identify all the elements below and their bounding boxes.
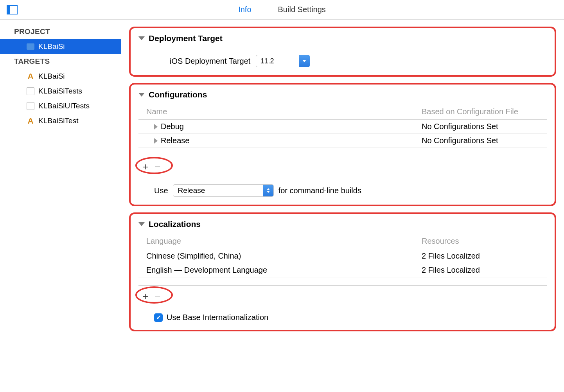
topbar: Info Build Settings [0,0,564,20]
configuration-based: No Configurations Set [422,122,539,131]
app-icon: A [27,117,34,125]
sidebar-item-label: KLBaiSiUITests [38,102,90,110]
configuration-row[interactable]: Debug No Configurations Set [138,120,547,134]
row-disclosure-icon[interactable] [154,124,158,129]
column-header-resources: Resources [422,237,539,246]
add-localization-button[interactable]: + [142,291,148,301]
configuration-name: Release [161,136,189,145]
test-bundle-icon [27,87,34,95]
highlight-ring [135,286,173,304]
table-footer: + − [138,285,547,303]
remove-localization-button[interactable]: − [154,291,160,301]
select-value: Release [173,186,263,195]
sidebar: PROJECT KLBaiSi TARGETS A KLBaiSi KLBaiS… [0,20,121,392]
table-header: Language Resources [138,234,547,249]
localization-language: English — Development Language [146,266,422,275]
sidebar-project-item[interactable]: KLBaiSi [0,39,121,54]
sidebar-header-project: PROJECT [0,24,121,39]
sidebar-target-item[interactable]: A KLBaiSi [0,69,121,84]
disclosure-triangle-icon[interactable] [138,36,145,40]
base-internationalization-checkbox[interactable]: ✓ [154,313,163,322]
column-header-language: Language [146,237,422,246]
sidebar-item-label: KLBaiSi [38,42,65,51]
localization-language: Chinese (Simplified, China) [146,252,422,261]
localization-resources: 2 Files Localized [422,252,539,261]
table-header: Name Based on Configuration File [138,104,547,120]
sidebar-item-label: KLBaiSiTest [38,117,78,125]
use-configuration-row: Use Release for command-line builds [138,184,547,197]
left-panel-icon [7,5,18,14]
section-title: Deployment Target [149,34,223,43]
tab-build-settings[interactable]: Build Settings [277,2,327,17]
localization-resources: 2 Files Localized [422,266,539,275]
main: PROJECT KLBaiSi TARGETS A KLBaiSi KLBaiS… [0,20,564,392]
remove-configuration-button[interactable]: − [154,162,160,172]
localizations-panel: Localizations Language Resources Chinese… [129,212,556,331]
section-header: Deployment Target [138,34,547,43]
section-header: Configurations [138,90,547,99]
disclosure-triangle-icon[interactable] [138,222,145,226]
base-internationalization-label: Use Base Internationalization [167,313,268,322]
command-line-build-select[interactable]: Release [173,184,274,197]
localization-row[interactable]: English — Development Language 2 Files L… [138,263,547,277]
sidebar-header-targets: TARGETS [0,54,121,69]
row-disclosure-icon[interactable] [154,138,158,144]
section-title: Configurations [149,90,207,99]
sidebar-target-item[interactable]: KLBaiSiTests [0,84,121,99]
use-suffix: for command-line builds [278,186,361,195]
deployment-row: iOS Deployment Target [138,55,547,67]
section-header: Localizations [138,219,547,229]
section-title: Localizations [149,219,201,229]
configuration-row[interactable]: Release No Configurations Set [138,134,547,148]
content: Deployment Target iOS Deployment Target … [121,20,564,392]
column-header-based: Based on Configuration File [422,107,539,116]
sidebar-target-item[interactable]: A KLBaiSiTest [0,113,121,128]
deployment-label: iOS Deployment Target [170,57,250,66]
panel-toggle[interactable] [0,5,20,14]
disclosure-triangle-icon[interactable] [138,93,145,97]
add-remove-group: + − [138,290,164,303]
sidebar-target-item[interactable]: KLBaiSiUITests [0,99,121,113]
base-internationalization-row: ✓ Use Base Internationalization [138,313,547,322]
add-configuration-button[interactable]: + [142,162,148,172]
app-icon: A [27,72,34,80]
tab-info[interactable]: Info [237,2,253,17]
configuration-based: No Configurations Set [422,136,539,145]
sidebar-item-label: KLBaiSiTests [38,87,82,95]
sidebar-item-label: KLBaiSi [38,72,65,81]
test-bundle-icon [27,102,34,110]
deployment-target-input[interactable] [256,55,299,67]
project-icon [27,43,34,50]
select-arrows-icon [263,184,273,197]
configurations-panel: Configurations Name Based on Configurati… [129,83,556,206]
use-label: Use [154,186,168,195]
deployment-target-panel: Deployment Target iOS Deployment Target [129,27,556,77]
deployment-target-select[interactable] [256,55,310,67]
configuration-name: Debug [161,122,184,131]
add-remove-group: + − [138,160,164,173]
table-footer: + − [138,156,547,173]
dropdown-arrow-icon[interactable] [299,55,310,67]
highlight-ring [135,157,173,174]
localization-row[interactable]: Chinese (Simplified, China) 2 Files Loca… [138,249,547,263]
column-header-name: Name [146,107,422,116]
editor-tabs: Info Build Settings [237,2,327,17]
